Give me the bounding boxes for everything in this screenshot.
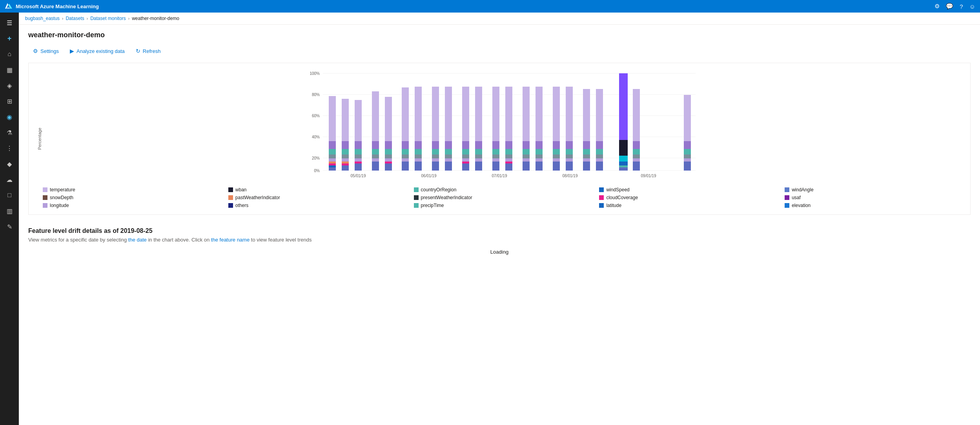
svg-rect-125 [566,87,573,141]
legend-label: windSpeed [606,187,629,193]
sidebar-item-datastore[interactable]: ▥ [2,204,17,218]
svg-rect-119 [553,87,560,141]
settings-icon[interactable]: ⚙ [934,3,940,10]
svg-rect-110 [523,154,530,158]
svg-rect-76 [445,141,452,149]
svg-rect-96 [492,149,499,154]
feature-subtitle-text2: in the chart above. Click on [147,237,211,243]
legend-swatch [785,203,789,208]
sidebar-item-pipelines[interactable]: ⋮ [2,141,17,155]
sidebar-item-menu[interactable]: ☰ [2,16,17,30]
legend-label: windAngle [792,187,813,193]
svg-rect-33 [342,158,349,162]
svg-rect-62 [402,162,409,171]
svg-rect-123 [553,158,560,162]
legend-label: longitude [50,203,69,208]
legend-label: usaf [792,195,801,200]
breadcrumb-datasets[interactable]: Datasets [66,16,84,21]
legend-label: precipTime [421,203,444,208]
svg-rect-132 [583,141,590,149]
analyze-btn-icon: ▶ [70,48,74,54]
svg-rect-117 [536,158,543,162]
svg-rect-93 [475,162,482,171]
svg-rect-106 [505,163,512,171]
svg-rect-64 [415,141,422,149]
sidebar-item-deploy[interactable]: ◆ [2,157,17,171]
sidebar-item-dashboard[interactable]: ▦ [2,63,17,77]
svg-rect-159 [684,158,691,162]
sidebar-item-cloud[interactable]: ☁ [2,173,17,187]
legend-label: cloudCoverage [606,195,638,200]
svg-rect-80 [445,162,452,171]
legend-label: others [235,203,248,208]
svg-rect-150 [633,141,640,149]
svg-rect-129 [566,158,573,162]
sidebar-item-clusters[interactable]: ⊞ [2,94,17,108]
topbar-actions: ⚙ 💬 ? ☺ [934,3,975,10]
svg-rect-155 [684,95,691,141]
svg-rect-154 [633,162,640,171]
svg-rect-143 [619,73,628,140]
svg-rect-102 [505,149,512,154]
breadcrumb-bugbash[interactable]: bugbash_eastus [25,16,60,21]
sidebar-item-models[interactable]: ◈ [2,78,17,93]
help-icon[interactable]: ? [960,3,963,10]
svg-rect-135 [583,158,590,162]
chart-legend: temperaturewbancountryOrRegionwindSpeedw… [43,184,964,208]
svg-rect-86 [462,162,469,163]
svg-marker-2 [6,7,10,9]
svg-rect-99 [492,162,499,171]
settings-button[interactable]: ⚙ Settings [28,45,64,56]
svg-rect-84 [462,154,469,158]
svg-text:08/01/19: 08/01/19 [563,174,578,178]
breadcrumb-sep-3: › [128,16,129,21]
svg-rect-97 [492,154,499,158]
svg-rect-91 [475,154,482,158]
svg-rect-70 [432,141,439,149]
svg-rect-30 [342,141,349,149]
feature-title: Feature level drift details as of 2019-0… [28,227,971,234]
legend-item: precipTime [414,203,593,208]
sidebar-item-compute[interactable]: □ [2,188,17,202]
svg-rect-46 [372,149,379,154]
svg-rect-66 [415,154,422,158]
sidebar-item-new[interactable]: + [2,31,17,45]
svg-rect-38 [355,141,362,149]
svg-rect-156 [684,141,691,149]
svg-rect-149 [633,89,640,141]
legend-swatch [228,187,233,192]
feature-subtitle-link-feature[interactable]: the feature name [211,237,250,243]
svg-rect-118 [536,162,543,171]
svg-rect-49 [372,162,379,171]
svg-rect-55 [385,162,392,163]
svg-rect-126 [566,141,573,149]
breadcrumb: bugbash_eastus › Datasets › Dataset moni… [19,13,980,25]
svg-rect-114 [536,141,543,149]
breadcrumb-monitors[interactable]: Dataset monitors [90,16,126,21]
svg-rect-73 [432,158,439,162]
sidebar-item-experiments[interactable]: ⚗ [2,125,17,140]
sidebar-item-datasets[interactable]: ◉ [2,110,17,124]
feedback-icon[interactable]: 💬 [946,3,953,10]
svg-rect-29 [342,99,349,141]
svg-rect-88 [475,87,482,141]
chart-svg-area[interactable]: 100% 80% 60% 40% 20% 0% [43,69,964,179]
refresh-button[interactable]: ↻ Refresh [131,45,166,56]
user-icon[interactable]: ☺ [969,3,975,10]
svg-rect-27 [329,165,336,167]
analyze-button[interactable]: ▶ Analyze existing data [65,45,129,56]
settings-btn-icon: ⚙ [33,48,38,54]
refresh-btn-label: Refresh [143,48,161,54]
sidebar-item-edit[interactable]: ✎ [2,220,17,234]
app-title: Microsoft Azure Machine Learning [16,4,99,9]
breadcrumb-current: weather-monitor-demo [132,16,179,21]
feature-subtitle-link-date[interactable]: the date [128,237,147,243]
svg-rect-81 [462,87,469,141]
legend-item: longitude [43,203,222,208]
svg-rect-131 [583,89,590,141]
sidebar-item-home[interactable]: ⌂ [2,47,17,61]
svg-rect-83 [462,149,469,154]
legend-swatch [785,187,789,192]
svg-rect-139 [596,149,603,154]
legend-label: temperature [50,187,75,193]
